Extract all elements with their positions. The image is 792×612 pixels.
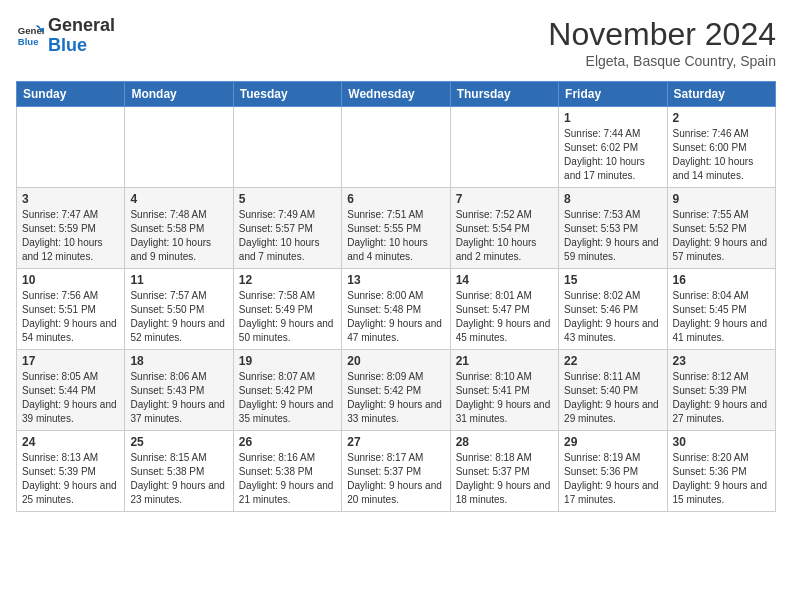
- calendar-cell: 10Sunrise: 7:56 AM Sunset: 5:51 PM Dayli…: [17, 269, 125, 350]
- day-number: 15: [564, 273, 661, 287]
- calendar-cell: 23Sunrise: 8:12 AM Sunset: 5:39 PM Dayli…: [667, 350, 775, 431]
- day-info: Sunrise: 7:46 AM Sunset: 6:00 PM Dayligh…: [673, 127, 770, 183]
- calendar-cell: 25Sunrise: 8:15 AM Sunset: 5:38 PM Dayli…: [125, 431, 233, 512]
- day-number: 7: [456, 192, 553, 206]
- logo: General Blue General Blue: [16, 16, 115, 56]
- week-row-2: 10Sunrise: 7:56 AM Sunset: 5:51 PM Dayli…: [17, 269, 776, 350]
- header-row: SundayMondayTuesdayWednesdayThursdayFrid…: [17, 82, 776, 107]
- day-info: Sunrise: 8:16 AM Sunset: 5:38 PM Dayligh…: [239, 451, 336, 507]
- day-number: 22: [564, 354, 661, 368]
- calendar-cell: 6Sunrise: 7:51 AM Sunset: 5:55 PM Daylig…: [342, 188, 450, 269]
- day-number: 4: [130, 192, 227, 206]
- calendar-cell: 9Sunrise: 7:55 AM Sunset: 5:52 PM Daylig…: [667, 188, 775, 269]
- calendar-cell: 27Sunrise: 8:17 AM Sunset: 5:37 PM Dayli…: [342, 431, 450, 512]
- day-number: 2: [673, 111, 770, 125]
- calendar-cell: 3Sunrise: 7:47 AM Sunset: 5:59 PM Daylig…: [17, 188, 125, 269]
- calendar-cell: 15Sunrise: 8:02 AM Sunset: 5:46 PM Dayli…: [559, 269, 667, 350]
- calendar-cell: 12Sunrise: 7:58 AM Sunset: 5:49 PM Dayli…: [233, 269, 341, 350]
- day-info: Sunrise: 8:00 AM Sunset: 5:48 PM Dayligh…: [347, 289, 444, 345]
- day-info: Sunrise: 7:53 AM Sunset: 5:53 PM Dayligh…: [564, 208, 661, 264]
- day-info: Sunrise: 7:57 AM Sunset: 5:50 PM Dayligh…: [130, 289, 227, 345]
- header-sunday: Sunday: [17, 82, 125, 107]
- week-row-4: 24Sunrise: 8:13 AM Sunset: 5:39 PM Dayli…: [17, 431, 776, 512]
- day-info: Sunrise: 8:19 AM Sunset: 5:36 PM Dayligh…: [564, 451, 661, 507]
- day-info: Sunrise: 7:55 AM Sunset: 5:52 PM Dayligh…: [673, 208, 770, 264]
- day-info: Sunrise: 8:20 AM Sunset: 5:36 PM Dayligh…: [673, 451, 770, 507]
- day-number: 14: [456, 273, 553, 287]
- header-friday: Friday: [559, 82, 667, 107]
- header-thursday: Thursday: [450, 82, 558, 107]
- svg-text:Blue: Blue: [18, 36, 39, 47]
- calendar-cell: 2Sunrise: 7:46 AM Sunset: 6:00 PM Daylig…: [667, 107, 775, 188]
- day-number: 24: [22, 435, 119, 449]
- day-info: Sunrise: 7:58 AM Sunset: 5:49 PM Dayligh…: [239, 289, 336, 345]
- day-info: Sunrise: 8:01 AM Sunset: 5:47 PM Dayligh…: [456, 289, 553, 345]
- day-info: Sunrise: 8:07 AM Sunset: 5:42 PM Dayligh…: [239, 370, 336, 426]
- day-number: 29: [564, 435, 661, 449]
- day-number: 18: [130, 354, 227, 368]
- day-info: Sunrise: 8:17 AM Sunset: 5:37 PM Dayligh…: [347, 451, 444, 507]
- calendar-body: 1Sunrise: 7:44 AM Sunset: 6:02 PM Daylig…: [17, 107, 776, 512]
- calendar-cell: 28Sunrise: 8:18 AM Sunset: 5:37 PM Dayli…: [450, 431, 558, 512]
- calendar-cell: 7Sunrise: 7:52 AM Sunset: 5:54 PM Daylig…: [450, 188, 558, 269]
- day-number: 9: [673, 192, 770, 206]
- calendar-cell: 13Sunrise: 8:00 AM Sunset: 5:48 PM Dayli…: [342, 269, 450, 350]
- day-info: Sunrise: 8:10 AM Sunset: 5:41 PM Dayligh…: [456, 370, 553, 426]
- day-number: 5: [239, 192, 336, 206]
- svg-text:General: General: [18, 25, 44, 36]
- calendar-cell: 29Sunrise: 8:19 AM Sunset: 5:36 PM Dayli…: [559, 431, 667, 512]
- day-info: Sunrise: 8:18 AM Sunset: 5:37 PM Dayligh…: [456, 451, 553, 507]
- logo-general: General Blue: [48, 16, 115, 56]
- day-number: 20: [347, 354, 444, 368]
- day-info: Sunrise: 8:12 AM Sunset: 5:39 PM Dayligh…: [673, 370, 770, 426]
- calendar-cell: 11Sunrise: 7:57 AM Sunset: 5:50 PM Dayli…: [125, 269, 233, 350]
- day-number: 1: [564, 111, 661, 125]
- header-tuesday: Tuesday: [233, 82, 341, 107]
- header-monday: Monday: [125, 82, 233, 107]
- day-info: Sunrise: 8:04 AM Sunset: 5:45 PM Dayligh…: [673, 289, 770, 345]
- day-info: Sunrise: 7:49 AM Sunset: 5:57 PM Dayligh…: [239, 208, 336, 264]
- day-info: Sunrise: 8:11 AM Sunset: 5:40 PM Dayligh…: [564, 370, 661, 426]
- day-number: 28: [456, 435, 553, 449]
- calendar-cell: 5Sunrise: 7:49 AM Sunset: 5:57 PM Daylig…: [233, 188, 341, 269]
- day-info: Sunrise: 8:09 AM Sunset: 5:42 PM Dayligh…: [347, 370, 444, 426]
- location-subtitle: Elgeta, Basque Country, Spain: [548, 53, 776, 69]
- calendar-cell: [233, 107, 341, 188]
- calendar-table: SundayMondayTuesdayWednesdayThursdayFrid…: [16, 81, 776, 512]
- logo-icon: General Blue: [16, 22, 44, 50]
- calendar-cell: 19Sunrise: 8:07 AM Sunset: 5:42 PM Dayli…: [233, 350, 341, 431]
- day-number: 27: [347, 435, 444, 449]
- day-number: 30: [673, 435, 770, 449]
- day-info: Sunrise: 7:51 AM Sunset: 5:55 PM Dayligh…: [347, 208, 444, 264]
- header-wednesday: Wednesday: [342, 82, 450, 107]
- month-title: November 2024: [548, 16, 776, 53]
- day-info: Sunrise: 7:52 AM Sunset: 5:54 PM Dayligh…: [456, 208, 553, 264]
- calendar-cell: [450, 107, 558, 188]
- calendar-cell: 18Sunrise: 8:06 AM Sunset: 5:43 PM Dayli…: [125, 350, 233, 431]
- day-number: 6: [347, 192, 444, 206]
- week-row-0: 1Sunrise: 7:44 AM Sunset: 6:02 PM Daylig…: [17, 107, 776, 188]
- title-block: November 2024 Elgeta, Basque Country, Sp…: [548, 16, 776, 69]
- calendar-cell: [125, 107, 233, 188]
- day-info: Sunrise: 7:56 AM Sunset: 5:51 PM Dayligh…: [22, 289, 119, 345]
- day-number: 26: [239, 435, 336, 449]
- day-number: 11: [130, 273, 227, 287]
- calendar-cell: 8Sunrise: 7:53 AM Sunset: 5:53 PM Daylig…: [559, 188, 667, 269]
- day-info: Sunrise: 7:47 AM Sunset: 5:59 PM Dayligh…: [22, 208, 119, 264]
- day-info: Sunrise: 8:15 AM Sunset: 5:38 PM Dayligh…: [130, 451, 227, 507]
- page-header: General Blue General Blue November 2024 …: [16, 16, 776, 69]
- day-number: 19: [239, 354, 336, 368]
- calendar-cell: 14Sunrise: 8:01 AM Sunset: 5:47 PM Dayli…: [450, 269, 558, 350]
- day-number: 23: [673, 354, 770, 368]
- day-number: 8: [564, 192, 661, 206]
- calendar-cell: [17, 107, 125, 188]
- calendar-cell: 21Sunrise: 8:10 AM Sunset: 5:41 PM Dayli…: [450, 350, 558, 431]
- day-info: Sunrise: 8:02 AM Sunset: 5:46 PM Dayligh…: [564, 289, 661, 345]
- day-number: 3: [22, 192, 119, 206]
- day-info: Sunrise: 8:13 AM Sunset: 5:39 PM Dayligh…: [22, 451, 119, 507]
- week-row-3: 17Sunrise: 8:05 AM Sunset: 5:44 PM Dayli…: [17, 350, 776, 431]
- day-number: 16: [673, 273, 770, 287]
- calendar-cell: 30Sunrise: 8:20 AM Sunset: 5:36 PM Dayli…: [667, 431, 775, 512]
- calendar-cell: 17Sunrise: 8:05 AM Sunset: 5:44 PM Dayli…: [17, 350, 125, 431]
- day-number: 17: [22, 354, 119, 368]
